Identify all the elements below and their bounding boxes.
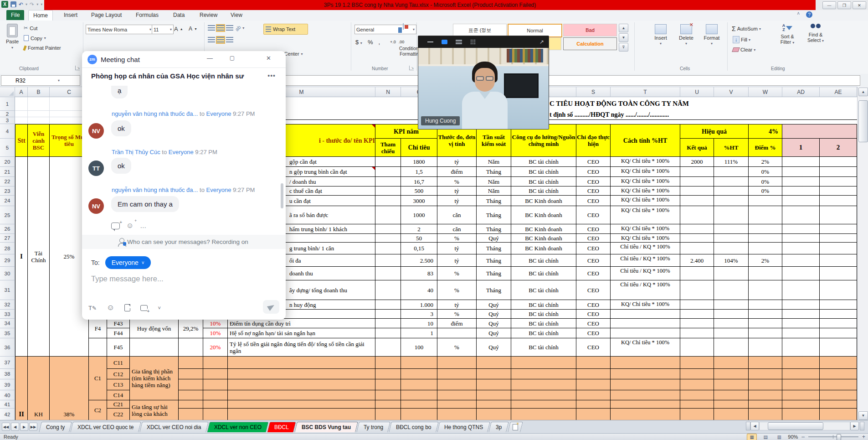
comma-format-icon[interactable]: , bbox=[378, 39, 380, 46]
format-text-icon[interactable]: T✎ bbox=[88, 305, 97, 311]
cell-AE34[interactable] bbox=[820, 319, 857, 328]
redo-dropdown-icon[interactable]: ▾ bbox=[36, 2, 38, 6]
cell-B37[interactable]: KH bbox=[28, 357, 50, 420]
cell-AD29[interactable] bbox=[782, 254, 820, 267]
send-message-button[interactable] bbox=[263, 300, 279, 314]
row-header-23[interactable]: 23 bbox=[0, 186, 15, 196]
cell-M34[interactable]: Điểm tín dụng cần duy trì bbox=[228, 319, 375, 328]
chat-minimize-icon[interactable]: — bbox=[207, 55, 213, 62]
cell-U21[interactable] bbox=[680, 167, 714, 177]
cell-O33[interactable]: 3 bbox=[401, 310, 437, 319]
cell-E35[interactable]: F44 bbox=[107, 328, 130, 338]
sort-filter-button[interactable]: AZ Sort &Filter ▾ bbox=[775, 24, 800, 46]
page-break-view-icon[interactable]: ▥ bbox=[774, 434, 784, 440]
cell-M38[interactable] bbox=[228, 369, 375, 379]
row-header-20[interactable]: 20 bbox=[0, 157, 15, 167]
cell-W34[interactable] bbox=[749, 319, 782, 328]
undo-dropdown-icon[interactable]: ▾ bbox=[26, 2, 27, 6]
align-bottom-icon[interactable] bbox=[226, 25, 233, 31]
cell-T25[interactable]: KQ/ Chỉ tiêu * 100% bbox=[611, 206, 680, 224]
cell-P33[interactable]: % bbox=[437, 310, 477, 319]
cell-B4[interactable]: Viễn cảnh BSC bbox=[28, 124, 50, 157]
cell-H42[interactable] bbox=[203, 409, 228, 420]
cell-AE23[interactable] bbox=[820, 186, 857, 196]
cell-U33[interactable] bbox=[680, 310, 714, 319]
recipient-selector[interactable]: Everyone˅ bbox=[105, 256, 151, 269]
cell-N20[interactable] bbox=[375, 157, 401, 167]
cell-AD28[interactable] bbox=[782, 243, 820, 254]
cell-R38[interactable] bbox=[511, 369, 576, 379]
sheet-tab-xdcl-non-ceo[interactable]: XDCL ver non CEO bbox=[207, 422, 269, 432]
cell-R27[interactable]: BC Kinh doanh bbox=[511, 234, 576, 243]
cell-R20[interactable]: BC tài chính bbox=[511, 157, 576, 167]
sheet-tab-ty-trong[interactable]: Ty trong bbox=[356, 422, 390, 432]
cell-V35[interactable] bbox=[714, 328, 749, 338]
minimize-ribbon-icon[interactable]: ˄ bbox=[797, 11, 800, 16]
cell-AE22[interactable] bbox=[820, 177, 857, 186]
row-header-36[interactable]: 36 bbox=[0, 338, 15, 357]
cell-R24[interactable]: BC Kinh doanh bbox=[511, 196, 576, 206]
cell-G39[interactable] bbox=[179, 379, 203, 390]
cell-N34[interactable] bbox=[375, 319, 401, 328]
tab-file[interactable]: File bbox=[6, 10, 24, 20]
cell-AD4[interactable] bbox=[782, 124, 857, 139]
zoom-slider[interactable] bbox=[808, 436, 858, 437]
sheet-tab-bsc-bds-vung-tau[interactable]: BSC BDS Vung tau bbox=[294, 422, 358, 432]
row-header-22[interactable]: 22 bbox=[0, 177, 15, 186]
number-dialog-launcher[interactable]: ↘ bbox=[409, 66, 414, 70]
tab-split-handle[interactable] bbox=[746, 422, 750, 430]
cell-V24[interactable] bbox=[714, 196, 749, 206]
cell-Q20[interactable]: Năm bbox=[477, 157, 511, 167]
cell-V37[interactable] bbox=[714, 357, 749, 369]
cell-P25[interactable]: căn bbox=[437, 206, 477, 224]
cell-M36[interactable]: Tỷ lệ số tiền giải ngân đúng tiến độ/ tổ… bbox=[228, 338, 375, 357]
cell-N25[interactable] bbox=[375, 206, 401, 224]
cell-AE33[interactable] bbox=[820, 310, 857, 319]
row-header-28[interactable]: 28 bbox=[0, 243, 15, 254]
undo-icon[interactable]: ↶ bbox=[19, 2, 23, 7]
cell-N32[interactable] bbox=[375, 300, 401, 310]
cell-T22[interactable]: KQ/ Chỉ tiêu * 100% bbox=[611, 177, 680, 186]
cell-A3[interactable] bbox=[15, 117, 28, 124]
cell-O38[interactable] bbox=[401, 369, 437, 379]
cell-AD26[interactable] bbox=[782, 224, 820, 234]
cell-A4[interactable]: Stt bbox=[15, 124, 28, 157]
cell-P29[interactable]: tỷ bbox=[437, 254, 477, 267]
cell-U5[interactable]: Kết quả bbox=[680, 139, 714, 157]
cell-AE31[interactable] bbox=[820, 280, 857, 300]
cell-F36[interactable] bbox=[130, 338, 179, 357]
cell-R32[interactable]: BC tài chính bbox=[511, 300, 576, 310]
cell-S22[interactable]: CEO bbox=[576, 177, 611, 186]
cell-AD25[interactable] bbox=[782, 206, 820, 224]
find-select-button[interactable]: Find &Select ▾ bbox=[803, 24, 828, 44]
cell-AE26[interactable] bbox=[820, 224, 857, 234]
cell-P41[interactable] bbox=[437, 400, 477, 409]
cell-Q22[interactable]: Năm bbox=[477, 177, 511, 186]
cell-O20[interactable]: 1800 bbox=[401, 157, 437, 167]
chat-maximize-icon[interactable]: ▢ bbox=[230, 55, 235, 61]
cell-H37[interactable] bbox=[203, 357, 228, 369]
cell-U29[interactable]: 2.400 bbox=[680, 254, 714, 267]
cell-S4[interactable]: Chỉ đạo thực hiện bbox=[576, 124, 611, 157]
cell-O32[interactable]: 1.000 bbox=[401, 300, 437, 310]
cell-N30[interactable] bbox=[375, 267, 401, 280]
cell-S30[interactable]: CEO bbox=[576, 267, 611, 280]
cell-S31[interactable]: CEO bbox=[576, 280, 611, 300]
cell-Q29[interactable]: Tháng bbox=[477, 254, 511, 267]
cut-button[interactable]: ✂Cut bbox=[24, 25, 37, 31]
cell-Q38[interactable] bbox=[477, 369, 511, 379]
cell-AE41[interactable] bbox=[820, 400, 857, 409]
font-family-combo[interactable]: Times New Roma▾ bbox=[86, 25, 153, 34]
cell-W20[interactable]: 2% bbox=[749, 157, 782, 167]
cell-N40[interactable] bbox=[375, 390, 401, 400]
cell-B1[interactable] bbox=[28, 97, 50, 111]
normal-view-icon[interactable]: ▦ bbox=[747, 434, 757, 440]
cell-AE5[interactable]: 2 bbox=[820, 139, 857, 157]
cell-V36[interactable] bbox=[714, 338, 749, 357]
video-minimize-icon[interactable] bbox=[427, 41, 433, 42]
cell-T36[interactable]: KQ/ Chỉ tiêu * 100% bbox=[611, 338, 680, 357]
sheet-tab-bdcl[interactable]: BĐCL bbox=[267, 422, 296, 432]
row-header-35[interactable]: 35 bbox=[0, 328, 15, 338]
cell-E38[interactable]: C12 bbox=[107, 369, 130, 379]
stacked-view-icon[interactable] bbox=[456, 40, 462, 44]
